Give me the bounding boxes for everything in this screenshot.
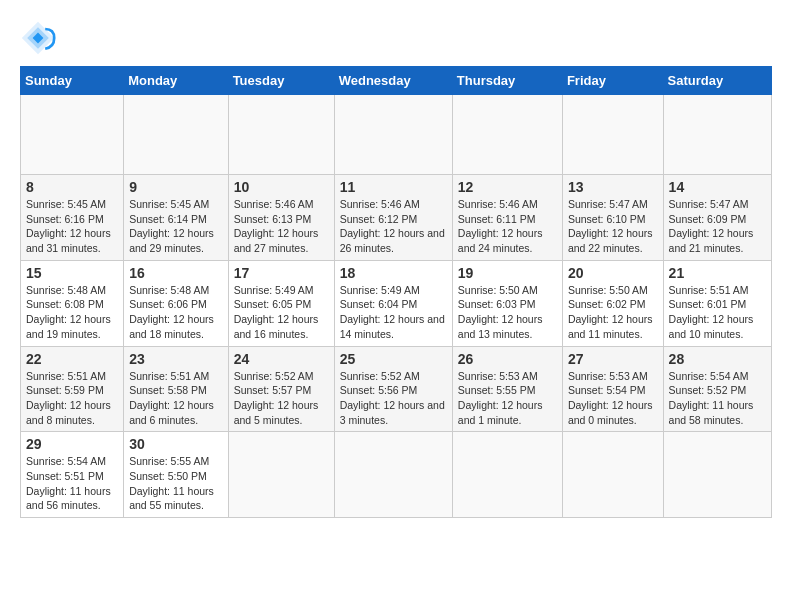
calendar-day: 24Sunrise: 5:52 AMSunset: 5:57 PMDayligh… (228, 346, 334, 432)
calendar-week-row: 8Sunrise: 5:45 AMSunset: 6:16 PMDaylight… (21, 175, 772, 261)
calendar-week-row: 15Sunrise: 5:48 AMSunset: 6:08 PMDayligh… (21, 260, 772, 346)
day-info: Sunrise: 5:53 AMSunset: 5:55 PMDaylight:… (458, 369, 557, 428)
day-number: 27 (568, 351, 658, 367)
day-info: Sunrise: 5:46 AMSunset: 6:11 PMDaylight:… (458, 197, 557, 256)
calendar-day: 26Sunrise: 5:53 AMSunset: 5:55 PMDayligh… (452, 346, 562, 432)
calendar-day-empty (334, 432, 452, 518)
calendar-day: 20Sunrise: 5:50 AMSunset: 6:02 PMDayligh… (562, 260, 663, 346)
calendar-day: 30Sunrise: 5:55 AMSunset: 5:50 PMDayligh… (124, 432, 228, 518)
day-number: 25 (340, 351, 447, 367)
calendar-day-empty (124, 95, 228, 175)
calendar-body: 8Sunrise: 5:45 AMSunset: 6:16 PMDaylight… (21, 95, 772, 518)
day-number: 13 (568, 179, 658, 195)
calendar-day: 16Sunrise: 5:48 AMSunset: 6:06 PMDayligh… (124, 260, 228, 346)
calendar-day: 23Sunrise: 5:51 AMSunset: 5:58 PMDayligh… (124, 346, 228, 432)
logo (20, 20, 58, 56)
day-number: 26 (458, 351, 557, 367)
day-number: 29 (26, 436, 118, 452)
day-number: 22 (26, 351, 118, 367)
logo-icon (20, 20, 56, 56)
calendar-day: 10Sunrise: 5:46 AMSunset: 6:13 PMDayligh… (228, 175, 334, 261)
calendar-day: 17Sunrise: 5:49 AMSunset: 6:05 PMDayligh… (228, 260, 334, 346)
day-info: Sunrise: 5:51 AMSunset: 5:58 PMDaylight:… (129, 369, 222, 428)
weekday-header: Friday (562, 67, 663, 95)
day-number: 28 (669, 351, 766, 367)
calendar-day: 14Sunrise: 5:47 AMSunset: 6:09 PMDayligh… (663, 175, 771, 261)
calendar-week-row: 22Sunrise: 5:51 AMSunset: 5:59 PMDayligh… (21, 346, 772, 432)
page-header (20, 20, 772, 56)
calendar-week-row (21, 95, 772, 175)
day-info: Sunrise: 5:55 AMSunset: 5:50 PMDaylight:… (129, 454, 222, 513)
calendar-day: 29Sunrise: 5:54 AMSunset: 5:51 PMDayligh… (21, 432, 124, 518)
day-number: 10 (234, 179, 329, 195)
calendar-day: 25Sunrise: 5:52 AMSunset: 5:56 PMDayligh… (334, 346, 452, 432)
day-number: 18 (340, 265, 447, 281)
day-info: Sunrise: 5:49 AMSunset: 6:04 PMDaylight:… (340, 283, 447, 342)
day-number: 23 (129, 351, 222, 367)
day-number: 16 (129, 265, 222, 281)
day-info: Sunrise: 5:47 AMSunset: 6:09 PMDaylight:… (669, 197, 766, 256)
calendar-day: 27Sunrise: 5:53 AMSunset: 5:54 PMDayligh… (562, 346, 663, 432)
day-info: Sunrise: 5:48 AMSunset: 6:06 PMDaylight:… (129, 283, 222, 342)
weekday-header: Saturday (663, 67, 771, 95)
weekday-header: Tuesday (228, 67, 334, 95)
calendar-day: 12Sunrise: 5:46 AMSunset: 6:11 PMDayligh… (452, 175, 562, 261)
day-info: Sunrise: 5:51 AMSunset: 5:59 PMDaylight:… (26, 369, 118, 428)
day-info: Sunrise: 5:48 AMSunset: 6:08 PMDaylight:… (26, 283, 118, 342)
calendar-day-empty (562, 95, 663, 175)
calendar-day: 8Sunrise: 5:45 AMSunset: 6:16 PMDaylight… (21, 175, 124, 261)
calendar-header-row: SundayMondayTuesdayWednesdayThursdayFrid… (21, 67, 772, 95)
day-info: Sunrise: 5:46 AMSunset: 6:13 PMDaylight:… (234, 197, 329, 256)
day-number: 20 (568, 265, 658, 281)
calendar-day-empty (562, 432, 663, 518)
calendar-day: 22Sunrise: 5:51 AMSunset: 5:59 PMDayligh… (21, 346, 124, 432)
day-number: 14 (669, 179, 766, 195)
calendar-day-empty (334, 95, 452, 175)
day-info: Sunrise: 5:53 AMSunset: 5:54 PMDaylight:… (568, 369, 658, 428)
day-info: Sunrise: 5:46 AMSunset: 6:12 PMDaylight:… (340, 197, 447, 256)
day-info: Sunrise: 5:47 AMSunset: 6:10 PMDaylight:… (568, 197, 658, 256)
calendar-table: SundayMondayTuesdayWednesdayThursdayFrid… (20, 66, 772, 518)
calendar-day-empty (228, 432, 334, 518)
day-info: Sunrise: 5:54 AMSunset: 5:52 PMDaylight:… (669, 369, 766, 428)
day-number: 24 (234, 351, 329, 367)
calendar-day-empty (228, 95, 334, 175)
calendar-day-empty (663, 432, 771, 518)
day-info: Sunrise: 5:52 AMSunset: 5:57 PMDaylight:… (234, 369, 329, 428)
day-info: Sunrise: 5:51 AMSunset: 6:01 PMDaylight:… (669, 283, 766, 342)
calendar-day: 21Sunrise: 5:51 AMSunset: 6:01 PMDayligh… (663, 260, 771, 346)
calendar-day: 19Sunrise: 5:50 AMSunset: 6:03 PMDayligh… (452, 260, 562, 346)
day-info: Sunrise: 5:45 AMSunset: 6:16 PMDaylight:… (26, 197, 118, 256)
day-info: Sunrise: 5:45 AMSunset: 6:14 PMDaylight:… (129, 197, 222, 256)
day-info: Sunrise: 5:50 AMSunset: 6:03 PMDaylight:… (458, 283, 557, 342)
day-number: 19 (458, 265, 557, 281)
day-number: 12 (458, 179, 557, 195)
calendar-day-empty (21, 95, 124, 175)
calendar-day: 11Sunrise: 5:46 AMSunset: 6:12 PMDayligh… (334, 175, 452, 261)
calendar-day-empty (663, 95, 771, 175)
day-number: 30 (129, 436, 222, 452)
day-number: 21 (669, 265, 766, 281)
weekday-header: Monday (124, 67, 228, 95)
day-info: Sunrise: 5:54 AMSunset: 5:51 PMDaylight:… (26, 454, 118, 513)
calendar-day-empty (452, 95, 562, 175)
weekday-header: Sunday (21, 67, 124, 95)
day-info: Sunrise: 5:50 AMSunset: 6:02 PMDaylight:… (568, 283, 658, 342)
calendar-day-empty (452, 432, 562, 518)
weekday-header: Thursday (452, 67, 562, 95)
day-number: 17 (234, 265, 329, 281)
day-info: Sunrise: 5:49 AMSunset: 6:05 PMDaylight:… (234, 283, 329, 342)
day-number: 8 (26, 179, 118, 195)
weekday-header: Wednesday (334, 67, 452, 95)
day-number: 9 (129, 179, 222, 195)
calendar-week-row: 29Sunrise: 5:54 AMSunset: 5:51 PMDayligh… (21, 432, 772, 518)
calendar-day: 18Sunrise: 5:49 AMSunset: 6:04 PMDayligh… (334, 260, 452, 346)
day-number: 11 (340, 179, 447, 195)
calendar-day: 28Sunrise: 5:54 AMSunset: 5:52 PMDayligh… (663, 346, 771, 432)
day-info: Sunrise: 5:52 AMSunset: 5:56 PMDaylight:… (340, 369, 447, 428)
calendar-day: 15Sunrise: 5:48 AMSunset: 6:08 PMDayligh… (21, 260, 124, 346)
calendar-day: 13Sunrise: 5:47 AMSunset: 6:10 PMDayligh… (562, 175, 663, 261)
calendar-day: 9Sunrise: 5:45 AMSunset: 6:14 PMDaylight… (124, 175, 228, 261)
day-number: 15 (26, 265, 118, 281)
